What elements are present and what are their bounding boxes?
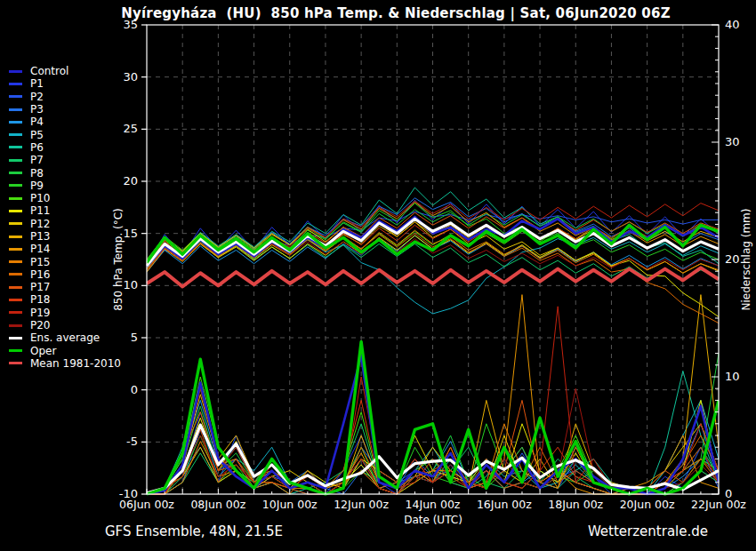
legend-label: P1 <box>30 78 44 89</box>
legend-label: P4 <box>30 116 44 127</box>
x-tick-label: 16Jun 00z <box>463 499 545 511</box>
legend-swatch-p1 <box>9 83 22 85</box>
legend-swatch-p6 <box>9 146 22 148</box>
legend-label: Control <box>30 66 68 76</box>
legend-item-p2: P2 <box>9 91 121 103</box>
legend-item-p6: P6 <box>9 141 121 154</box>
legend-label: P15 <box>30 257 51 268</box>
y-right-tick-label: 30 <box>725 135 755 148</box>
legend-label: P7 <box>30 155 44 165</box>
legend-swatch-p9 <box>9 184 22 187</box>
legend-swatch-p14 <box>9 248 22 251</box>
legend-swatch-p2 <box>9 95 22 98</box>
footer-site-credit: Wetterzentrale.de <box>534 523 708 539</box>
legend-swatch-ens-average <box>9 337 22 339</box>
y-left-tick-label: 0 <box>101 383 138 396</box>
x-tick-label: 20Jun 00z <box>607 499 688 511</box>
legend-label: Oper <box>30 346 56 356</box>
legend-label: P6 <box>30 142 44 153</box>
y-left-tick-label: 10 <box>101 278 138 291</box>
legend-swatch-p15 <box>9 260 22 263</box>
legend-label: P5 <box>30 130 44 140</box>
ensemble-legend: ControlP1P2P3P4P5P6P7P8P9P10P11P12P13P14… <box>9 65 121 370</box>
meteogram-page: Nyíregyháza (HU) 850 hPa Temp. & Nieders… <box>0 0 756 551</box>
legend-item-p15: P15 <box>9 255 121 268</box>
legend-swatch-p16 <box>9 273 22 276</box>
legend-item-p18: P18 <box>9 293 121 306</box>
legend-swatch-p8 <box>9 172 22 174</box>
x-tick-label: 10Jun 00z <box>249 499 331 511</box>
y-left-tick-label: 15 <box>101 227 138 240</box>
legend-swatch-p7 <box>9 159 22 162</box>
legend-swatch-p13 <box>9 236 22 238</box>
legend-swatch-p10 <box>9 197 22 200</box>
x-tick-label: 14Jun 00z <box>392 499 474 511</box>
legend-swatch-p11 <box>9 210 22 212</box>
legend-label: P18 <box>30 294 51 305</box>
legend-swatch-p3 <box>9 108 22 111</box>
legend-label: P8 <box>30 168 44 179</box>
footer-model-info: GFS Ensemble, 48N, 21.5E <box>105 523 283 539</box>
y-left-axis-title: 850 hPa Temp. (°C) <box>112 208 125 311</box>
y-right-tick-label: 10 <box>725 370 755 383</box>
legend-item-p19: P19 <box>9 307 121 319</box>
legend-label: Mean 1981-2010 <box>30 358 121 369</box>
legend-swatch-p18 <box>9 299 22 301</box>
y-left-tick-label: 30 <box>101 70 138 84</box>
legend-label: P9 <box>30 180 44 191</box>
legend-label: P3 <box>30 104 44 115</box>
legend-item-p10: P10 <box>9 192 121 204</box>
legend-swatch-p12 <box>9 222 22 225</box>
x-tick-label: 12Jun 00z <box>320 499 402 511</box>
legend-label: P12 <box>30 219 51 229</box>
legend-swatch-p5 <box>9 133 22 136</box>
legend-label: P11 <box>30 205 51 216</box>
legend-item-p11: P11 <box>9 204 121 217</box>
legend-swatch-p17 <box>9 286 22 289</box>
legend-swatch-mean-1981-2010 <box>9 362 22 364</box>
x-tick-label: 22Jun 00z <box>678 499 756 511</box>
x-axis-title: Date (UTC) <box>389 514 478 526</box>
y-left-tick-label: 25 <box>101 122 138 135</box>
legend-label: P16 <box>30 269 51 280</box>
y-left-tick-label: -5 <box>101 435 138 448</box>
legend-label: P17 <box>30 282 51 292</box>
legend-label: P20 <box>30 320 51 331</box>
legend-item-p14: P14 <box>9 243 121 255</box>
legend-label: P19 <box>30 307 51 318</box>
legend-item-p3: P3 <box>9 103 121 116</box>
y-left-tick-label: 20 <box>101 174 138 188</box>
x-tick-label: 08Jun 00z <box>177 499 259 511</box>
y-left-tick-label: 35 <box>101 18 138 31</box>
legend-item-p7: P7 <box>9 154 121 166</box>
legend-label: P14 <box>30 244 51 254</box>
y-right-tick-label: 40 <box>725 18 755 31</box>
y-left-tick-label: 5 <box>101 331 138 344</box>
legend-swatch-oper <box>9 349 22 352</box>
y-right-tick-label: 20 <box>725 252 755 266</box>
x-tick-label: 06Jun 00z <box>106 499 188 511</box>
legend-swatch-p19 <box>9 311 22 314</box>
legend-label: P10 <box>30 193 51 204</box>
legend-item-mean-1981-2010: Mean 1981-2010 <box>9 357 121 370</box>
legend-swatch-p20 <box>9 324 22 327</box>
series-lines <box>147 188 719 494</box>
legend-swatch-control <box>9 70 22 73</box>
legend-label: Ens. average <box>30 332 100 343</box>
legend-label: P13 <box>30 231 51 242</box>
legend-label: P2 <box>30 92 44 102</box>
legend-item-oper: Oper <box>9 345 121 357</box>
legend-swatch-p4 <box>9 121 22 124</box>
x-tick-label: 18Jun 00z <box>535 499 616 511</box>
